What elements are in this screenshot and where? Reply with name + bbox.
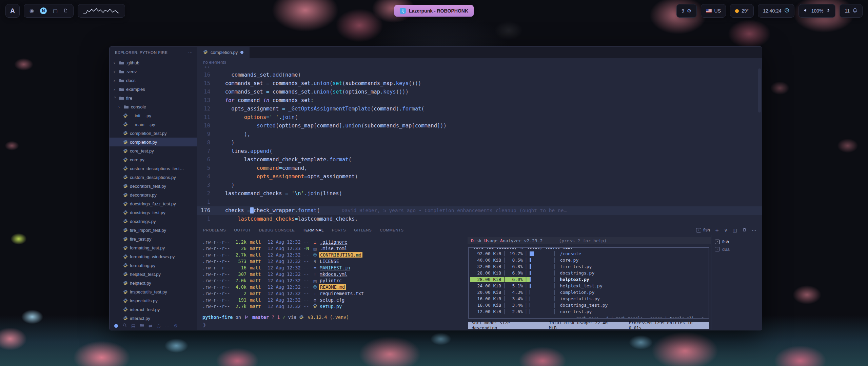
dua-row: 16.00 KiB│3.4%││docstrings_test.py bbox=[470, 302, 707, 308]
tree-item-fire_import_test.py[interactable]: fire_import_test.py bbox=[110, 226, 197, 235]
updates-widget[interactable]: 9 ⚙ bbox=[676, 4, 696, 18]
more-icon[interactable]: ⋯ bbox=[165, 323, 170, 328]
panel-tab-ports[interactable]: PORTS bbox=[332, 225, 346, 235]
tree-item-docstrings.py[interactable]: docstrings.py bbox=[110, 217, 197, 226]
terminal-file-row: .rw-r--r--573matt12 Aug 12:32--§LICENSE bbox=[202, 258, 466, 264]
document-icon[interactable] bbox=[64, 8, 68, 14]
sync-icon[interactable]: ⇄ bbox=[149, 323, 152, 328]
remote-indicator-icon[interactable] bbox=[114, 324, 118, 328]
terminal-file-row: .rw-r--r--307matt12 Aug 12:32--!mkdocs.y… bbox=[202, 271, 466, 277]
tree-item-.venv[interactable]: ›.venv bbox=[110, 67, 197, 76]
new-terminal-button[interactable]: + bbox=[715, 227, 719, 233]
top-status-bar: A ◉ N ▢ ♫ Lazerpunk - ROBOPHONK 9 ⚙ US 2… bbox=[0, 4, 868, 18]
terminal-file-row: .rw-r--r--1.2kmatt12 Aug 12:32--±.gitign… bbox=[202, 239, 466, 245]
git-blame-annotation: David Bieber, 5 years ago • Completion e… bbox=[320, 206, 567, 215]
keyboard-layout-widget[interactable]: US bbox=[701, 4, 726, 18]
tree-item-decorators_test.py[interactable]: decorators_test.py bbox=[110, 182, 197, 190]
tree-item-examples[interactable]: ›examples bbox=[110, 85, 197, 94]
dua-status-item: Total disk usage: 22.40 MiB bbox=[549, 320, 616, 330]
panel-tab-terminal[interactable]: TERMINAL bbox=[303, 225, 323, 235]
session-label: fish bbox=[722, 239, 729, 244]
breadcrumb[interactable]: no elements bbox=[197, 58, 762, 66]
tab-completion-py[interactable]: completion.py bbox=[197, 47, 250, 58]
tree-item-__main__.py[interactable]: __main__.py bbox=[110, 120, 197, 129]
panel-tab-output[interactable]: OUTPUT bbox=[234, 225, 251, 235]
tree-item-inspectutils_test.py[interactable]: inspectutils_test.py bbox=[110, 287, 197, 296]
file-name: fire bbox=[126, 96, 132, 101]
file-name: custom_descriptions_test… bbox=[130, 166, 184, 171]
panel-more-icon[interactable]: ⋯ bbox=[752, 227, 756, 233]
editor-scrollbar[interactable] bbox=[758, 68, 761, 113]
file-tree: ›.github›.venv›docs›examples›fire›consol… bbox=[110, 58, 197, 321]
window-statusbar: ▤ ⇄ ◌ ⋯ ⚙ bbox=[110, 321, 197, 330]
launcher-logo: A bbox=[10, 7, 15, 15]
terminal-file-row: .rw-r--r--2.7kmatt12 Aug 12:32--setup.py bbox=[202, 303, 466, 309]
launcher-button[interactable]: A bbox=[5, 4, 20, 18]
editor-main: completion.py no elements 17 """16 comma… bbox=[197, 47, 762, 330]
tree-item-fire_test.py[interactable]: fire_test.py bbox=[110, 235, 197, 243]
volume-widget[interactable]: 100% bbox=[798, 4, 836, 18]
search-icon[interactable] bbox=[122, 323, 127, 328]
tree-item-formatting_windows.py[interactable]: formatting_windows.py bbox=[110, 252, 197, 261]
now-playing-widget[interactable]: ♫ Lazerpunk - ROBOPHONK bbox=[394, 5, 474, 17]
tree-item-console[interactable]: ›console bbox=[110, 102, 197, 111]
bottom-panel: PROBLEMSOUTPUTDEBUG CONSOLETERMINALPORTS… bbox=[197, 225, 762, 330]
terminal-dropdown-icon[interactable]: ∨ bbox=[724, 227, 728, 233]
tree-item-docstrings_fuzz_test.py[interactable]: docstrings_fuzz_test.py bbox=[110, 199, 197, 208]
file-type-icon: ⚙ bbox=[311, 297, 319, 303]
code-line: 10 sorted(options_map[command].union(sub… bbox=[197, 122, 762, 130]
tree-item-core_test.py[interactable]: core_test.py bbox=[110, 146, 197, 155]
tree-item-docs[interactable]: ›docs bbox=[110, 76, 197, 85]
layout-icon[interactable]: ▤ bbox=[131, 323, 135, 328]
terminal-output[interactable]: .rw-r--r--1.2kmatt12 Aug 12:32--±.gitign… bbox=[197, 235, 466, 330]
file-type-icon: Ⓜ bbox=[311, 252, 319, 258]
settings-gear-icon[interactable]: ⚙ bbox=[174, 323, 178, 328]
folder-icon[interactable] bbox=[140, 323, 144, 328]
tree-item-helptext.py[interactable]: helptext.py bbox=[110, 279, 197, 287]
window-icon[interactable]: ▢ bbox=[53, 8, 58, 14]
tree-item-__init__.py[interactable]: __init__.py bbox=[110, 111, 197, 120]
tree-item-completion.py[interactable]: completion.py bbox=[110, 138, 197, 146]
tree-item-custom_descriptions.py[interactable]: custom_descriptions.py bbox=[110, 173, 197, 182]
panel-tab-comments[interactable]: COMMENTS bbox=[380, 225, 403, 235]
tree-item-fire[interactable]: ›fire bbox=[110, 94, 197, 102]
tree-item-core.py[interactable]: core.py bbox=[110, 155, 197, 164]
panel-tab-gitlens[interactable]: GITLENS bbox=[354, 225, 372, 235]
tree-item-docstrings_test.py[interactable]: docstrings_test.py bbox=[110, 208, 197, 217]
updates-gear-icon: ⚙ bbox=[687, 8, 691, 14]
n-badge-icon[interactable]: N bbox=[40, 7, 47, 14]
tree-item-inspectutils.py[interactable]: inspectutils.py bbox=[110, 296, 197, 305]
tree-item-decorators.py[interactable]: decorators.py bbox=[110, 190, 197, 199]
explorer-more-actions-icon[interactable]: ⋯ bbox=[188, 50, 193, 55]
split-terminal-icon[interactable]: ◫ bbox=[733, 227, 737, 233]
chevron-icon: › bbox=[113, 96, 118, 100]
tree-item-interact.py[interactable]: interact.py bbox=[110, 314, 197, 321]
file-name: interact.py bbox=[130, 316, 150, 321]
kill-terminal-icon[interactable] bbox=[742, 227, 747, 233]
dua-status-item: Sort mode: size descending bbox=[472, 320, 536, 330]
extensions-icon[interactable]: ◌ bbox=[157, 323, 160, 328]
file-name: examples bbox=[126, 87, 145, 92]
file-name: LICENSE bbox=[319, 259, 466, 264]
usage-bar bbox=[530, 264, 551, 269]
tree-item-helptext_test.py[interactable]: helptext_test.py bbox=[110, 270, 197, 279]
tree-item-interact_test.py[interactable]: interact_test.py bbox=[110, 305, 197, 314]
terminal-shell-chip[interactable]: › fish bbox=[696, 228, 710, 232]
tree-item-formatting.py[interactable]: formatting.py bbox=[110, 261, 197, 270]
system-graph-widget[interactable] bbox=[78, 4, 125, 18]
tree-item-completion_test.py[interactable]: completion_test.py bbox=[110, 129, 197, 138]
dua-status-bar: Sort mode: size descendingTotal disk usa… bbox=[468, 322, 709, 329]
record-icon[interactable]: ◉ bbox=[29, 8, 34, 14]
tree-item-custom_descriptions_test-[interactable]: custom_descriptions_test… bbox=[110, 164, 197, 173]
tree-item-.github[interactable]: ›.github bbox=[110, 58, 197, 67]
panel-tab-problems[interactable]: PROBLEMS bbox=[203, 225, 226, 235]
tree-item-formatting_test.py[interactable]: formatting_test.py bbox=[110, 243, 197, 252]
notifications-widget[interactable]: 11 bbox=[840, 4, 863, 18]
panel-tab-debug-console[interactable]: DEBUG CONSOLE bbox=[259, 225, 295, 235]
weather-widget[interactable]: 29° bbox=[730, 4, 754, 18]
clock-widget[interactable]: 12:40:24 bbox=[758, 4, 794, 18]
dua-help-hint: (press ? for help) bbox=[559, 238, 607, 243]
code-editor[interactable]: 17 """16 commands_set.add(name)15 comman… bbox=[197, 66, 762, 225]
session-item-fish[interactable]: ›fish bbox=[715, 238, 758, 245]
session-item-dua[interactable]: ›dua bbox=[715, 245, 758, 253]
